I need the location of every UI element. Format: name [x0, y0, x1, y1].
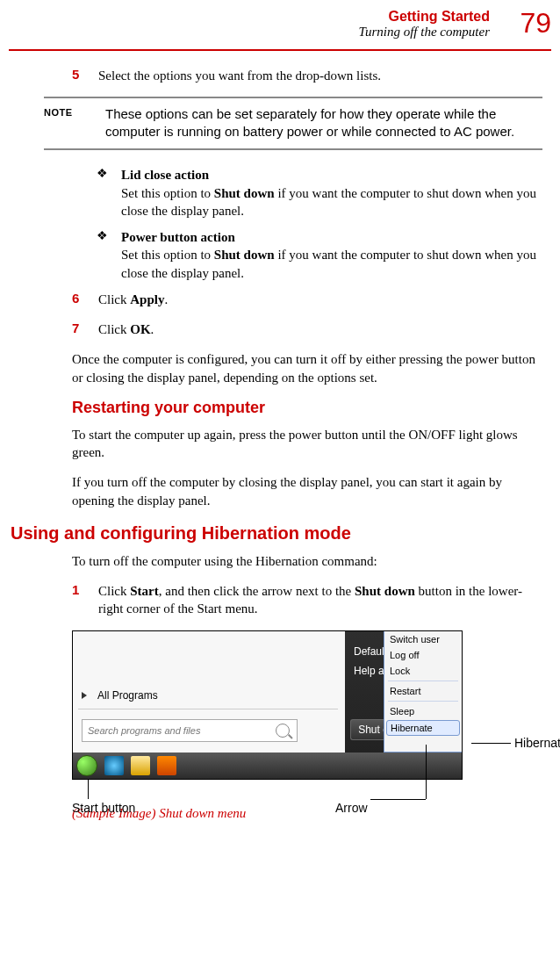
ie-taskbar-icon[interactable]	[104, 756, 124, 775]
menu-switch-user[interactable]: Switch user	[384, 631, 462, 647]
menu-separator	[388, 681, 458, 681]
search-icon	[276, 724, 290, 738]
shutdown-popup-menu: Switch user Log off Lock Restart Sleep H…	[384, 631, 462, 753]
step-number: 5	[72, 67, 98, 84]
step-text: Click Apply.	[98, 291, 551, 308]
note-block: NOTE These options can be set separately…	[44, 97, 542, 150]
figure-caption: (Sample Image) Shut down menu	[72, 806, 551, 821]
all-programs-item[interactable]: All Programs	[82, 689, 336, 702]
bullet-title: Lid close action	[121, 168, 209, 182]
start-menu-left-pane: All Programs Search programs and files	[73, 631, 346, 753]
bullet-icon: ❖	[97, 166, 121, 220]
triangle-icon	[82, 692, 87, 699]
callout-line	[471, 743, 511, 744]
menu-lock[interactable]: Lock	[384, 663, 462, 679]
step-number: 7	[72, 320, 98, 338]
start-menu-screenshot: All Programs Search programs and files D…	[72, 630, 463, 780]
paragraph-restart-2: If you turn off the computer by closing …	[72, 473, 542, 509]
menu-separator	[78, 709, 338, 709]
callout-line	[370, 799, 426, 800]
bullet-power-button: ❖ Power button action Set this option to…	[97, 228, 551, 282]
bullet-title: Power button action	[121, 230, 235, 244]
note-text: These options can be set separately for …	[105, 105, 542, 140]
paragraph-configured: Once the computer is configured, you can…	[72, 350, 542, 386]
callout-line	[426, 745, 427, 799]
callout-hibernate-label: Hibernate	[514, 736, 560, 750]
page-number: 79	[520, 7, 551, 40]
note-label: NOTE	[44, 105, 105, 140]
all-programs-label: All Programs	[97, 689, 158, 702]
paragraph-hibernation-intro: To turn off the computer using the Hiber…	[72, 552, 542, 570]
step-number: 1	[72, 582, 98, 618]
step-text: Click Start, and then click the arrow ne…	[98, 582, 551, 618]
explorer-taskbar-icon[interactable]	[131, 756, 150, 775]
page-header: Getting Started Turning off the computer…	[9, 9, 551, 51]
callout-start-label: Start button	[72, 801, 135, 815]
header-section-title: Turning off the computer	[9, 25, 551, 40]
callout-line	[88, 780, 89, 799]
header-chapter-title: Getting Started	[9, 9, 551, 25]
bullet-icon: ❖	[97, 228, 121, 282]
menu-separator	[388, 701, 458, 702]
menu-hibernate[interactable]: Hibernate	[386, 720, 460, 736]
search-placeholder: Search programs and files	[83, 725, 276, 736]
figure-shutdown-menu: All Programs Search programs and files D…	[72, 630, 551, 821]
heading-restarting: Restarting your computer	[72, 399, 551, 417]
menu-sleep[interactable]: Sleep	[384, 703, 462, 719]
bullet-lid-close: ❖ Lid close action Set this option to Sh…	[97, 166, 551, 220]
step-7: 7 Click OK.	[72, 320, 551, 338]
start-button-icon[interactable]	[76, 755, 97, 776]
step-text: Select the options you want from the dro…	[98, 67, 551, 84]
step-1-hibernation: 1 Click Start, and then click the arrow …	[72, 582, 551, 618]
menu-restart[interactable]: Restart	[384, 683, 462, 699]
media-taskbar-icon[interactable]	[157, 756, 176, 775]
callout-arrow-label: Arrow	[335, 801, 368, 815]
step-number: 6	[72, 291, 98, 308]
step-6: 6 Click Apply.	[72, 291, 551, 308]
step-5: 5 Select the options you want from the d…	[72, 67, 551, 84]
taskbar	[73, 753, 462, 779]
paragraph-restart-1: To start the computer up again, press th…	[72, 426, 542, 462]
menu-log-off[interactable]: Log off	[384, 647, 462, 663]
step-text: Click OK.	[98, 320, 551, 338]
search-input[interactable]: Search programs and files	[82, 719, 298, 742]
heading-hibernation: Using and configuring Hibernation mode	[11, 523, 551, 544]
